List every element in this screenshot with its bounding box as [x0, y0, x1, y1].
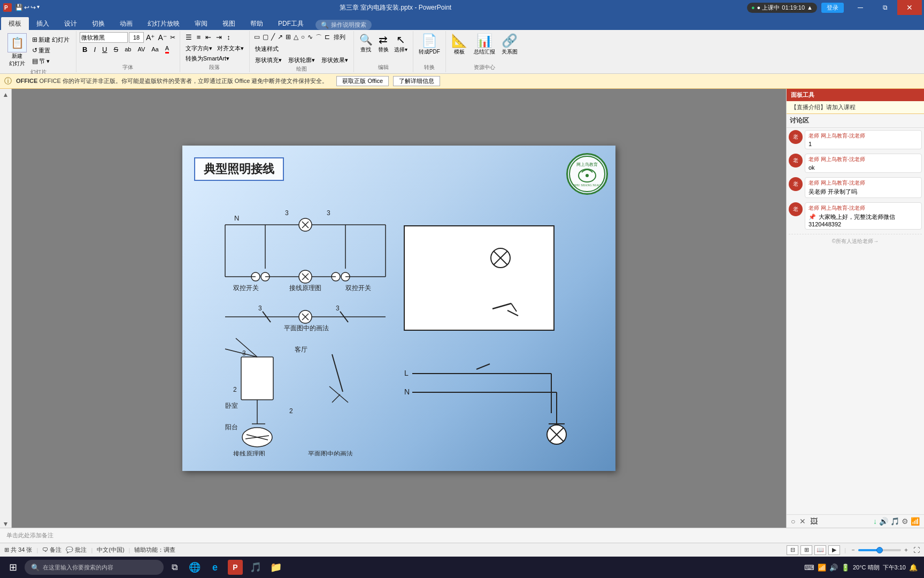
shape-rounded-rect[interactable]: ▢ [261, 32, 270, 43]
view-presenter-button[interactable]: ▶ [828, 545, 840, 555]
tab-slideshow[interactable]: 幻灯片放映 [140, 17, 187, 30]
view-reading-button[interactable]: 📖 [814, 545, 826, 555]
volume-icon-systray[interactable]: 🔊 [829, 564, 838, 572]
music-icon[interactable]: 🎵 [890, 517, 899, 526]
reset-button[interactable]: ↺ 重置 [30, 45, 72, 56]
zoom-slider[interactable] [858, 549, 901, 551]
tab-review[interactable]: 审阅 [187, 17, 215, 30]
circle-icon[interactable]: ○ [791, 517, 795, 526]
align-text-button[interactable]: 对齐文本▾ [215, 43, 246, 54]
search-bar[interactable]: 🔍 在这里输入你要搜索的内容 [25, 560, 164, 575]
fit-slide-button[interactable]: ⛶ [913, 546, 920, 554]
tab-template[interactable]: 模板 [1, 17, 29, 30]
volume-icon[interactable]: 🔊 [879, 517, 888, 526]
decrease-indent-button[interactable]: ⇤ [203, 32, 213, 42]
bold-button[interactable]: B [80, 44, 90, 55]
taskbar-music[interactable]: 🎵 [246, 558, 265, 577]
find-button[interactable]: 🔍 查找 [357, 32, 375, 55]
convert-smartart-button[interactable]: 转换为SmartArt▾ [183, 54, 232, 64]
increase-font-button[interactable]: A⁺ [145, 33, 156, 42]
wifi-icon[interactable]: 📶 [818, 564, 826, 572]
increase-indent-button[interactable]: ⇥ [214, 32, 224, 42]
select-button[interactable]: ↖ 选择▾ [392, 32, 410, 55]
report-button[interactable]: 📊 总结汇报 [472, 32, 497, 57]
panel-promo[interactable]: 【直播介绍】请加入课程 [787, 101, 924, 114]
shape-arrow[interactable]: ↗ [276, 32, 284, 43]
line-spacing-button[interactable]: ↕ [225, 32, 233, 42]
view-slide-sorter-button[interactable]: ⊞ [800, 545, 812, 555]
arrow-down-icon[interactable]: ↓ [873, 517, 877, 526]
annotation-button[interactable]: 💬 批注 [66, 546, 87, 554]
battery-icon[interactable]: 🔋 [841, 564, 850, 572]
image-icon[interactable]: 🖼 [810, 517, 818, 526]
new-slide-button[interactable]: 📋 新建幻灯片 [5, 32, 29, 69]
tab-help[interactable]: 帮助 [243, 17, 271, 30]
font-name-input[interactable] [80, 32, 128, 43]
shape-freeform[interactable]: ⌒ [314, 32, 323, 43]
arrange-button[interactable]: 排列 [332, 32, 348, 43]
relation-button[interactable]: 🔗 关系图 [499, 32, 520, 57]
login-button[interactable]: 登录 [821, 3, 844, 13]
get-office-button[interactable]: 获取正版 Office [336, 76, 389, 86]
shape-effect-button[interactable]: 形状效果▾ [319, 55, 350, 65]
shape-more[interactable]: ⊞ [284, 32, 292, 43]
live-status[interactable]: ● ● 上课中 01:19:10 ▲ [747, 3, 817, 13]
numbered-list-button[interactable]: ≡ [195, 32, 203, 42]
shape-curve[interactable]: ∿ [306, 32, 314, 43]
shape-triangle[interactable]: △ [292, 32, 299, 43]
bullet-list-button[interactable]: ☰ [183, 32, 194, 42]
replace-button[interactable]: ⇄ 替换 [376, 32, 391, 55]
tab-view[interactable]: 视图 [215, 17, 243, 30]
spacing-button[interactable]: AV [135, 45, 148, 54]
convert-pdf-button[interactable]: 📄 转成PDF [417, 32, 442, 57]
shape-rect[interactable]: ▭ [253, 32, 261, 43]
learn-more-button[interactable]: 了解详细信息 [393, 76, 440, 86]
close-discussion-icon[interactable]: ✕ [799, 517, 806, 526]
start-button[interactable]: ⊞ [2, 558, 24, 577]
task-view-button[interactable]: ⧉ [165, 558, 184, 577]
shape-fill-button[interactable]: 形状填充▾ [253, 55, 284, 65]
undo-icon[interactable]: ↩ [24, 4, 29, 11]
italic-button[interactable]: I [91, 44, 98, 55]
save-icon[interactable]: 💾 [15, 4, 23, 11]
slide-up-button[interactable]: ▲ [3, 91, 9, 98]
tab-design[interactable]: 设计 [57, 17, 84, 30]
tab-transitions[interactable]: 切换 [84, 17, 112, 30]
more-icon[interactable]: ▾ [37, 4, 40, 11]
slide-down-button[interactable]: ▼ [3, 520, 9, 528]
search-command-input[interactable]: 🔍 操作说明搜索 [315, 20, 372, 30]
tab-animations[interactable]: 动画 [112, 17, 140, 30]
shape-line[interactable]: ╱ [270, 32, 276, 43]
underline-button[interactable]: U [99, 44, 110, 55]
tab-insert[interactable]: 插入 [29, 17, 57, 30]
zoom-increase-button[interactable]: ＋ [903, 546, 909, 554]
layout-button[interactable]: ⊞ 新建 幻灯片 [30, 35, 72, 45]
settings-icon[interactable]: ⚙ [902, 517, 908, 526]
shape-ellipse[interactable]: ○ [300, 32, 306, 43]
taskbar-ppt[interactable]: P [226, 558, 245, 577]
comment-button[interactable]: 🗨 备注 [42, 546, 61, 554]
redo-icon[interactable]: ↪ [30, 4, 36, 11]
slide-title-box[interactable]: 典型照明接线 [194, 157, 284, 181]
view-normal-button[interactable]: ⊟ [787, 545, 798, 555]
quick-styles-button[interactable]: 快速样式 [253, 44, 281, 54]
note-bar[interactable]: 单击此处添加备注 [0, 528, 924, 543]
taskbar-edge[interactable]: 🌐 [185, 558, 204, 577]
close-button[interactable]: ✕ [897, 0, 922, 15]
shape-outline-button[interactable]: 形状轮廓▾ [286, 55, 317, 65]
text-direction-button[interactable]: 文字方向▾ [183, 43, 214, 54]
capitalize-button[interactable]: Aa [149, 45, 161, 54]
taskbar-ie[interactable]: e [205, 558, 225, 577]
restore-button[interactable]: ⧉ [873, 0, 897, 15]
shape-connector[interactable]: ⊏ [324, 32, 331, 43]
clear-format-button[interactable]: ✂ [169, 34, 176, 41]
decrease-font-button[interactable]: A⁻ [157, 33, 167, 42]
taskbar-folder[interactable]: 📁 [266, 558, 286, 577]
tab-pdf[interactable]: PDF工具 [271, 17, 311, 30]
minimize-button[interactable]: ─ [848, 0, 873, 15]
strikethrough-button[interactable]: S [111, 44, 121, 55]
keyboard-icon[interactable]: ⌨ [804, 564, 814, 572]
section-button[interactable]: ▤ 节 ▾ [30, 56, 72, 66]
slide[interactable]: 典型照明接线 网上鸟教育 SHU SHANG NIAO [182, 146, 615, 471]
zoom-decrease-button[interactable]: － [850, 546, 856, 554]
